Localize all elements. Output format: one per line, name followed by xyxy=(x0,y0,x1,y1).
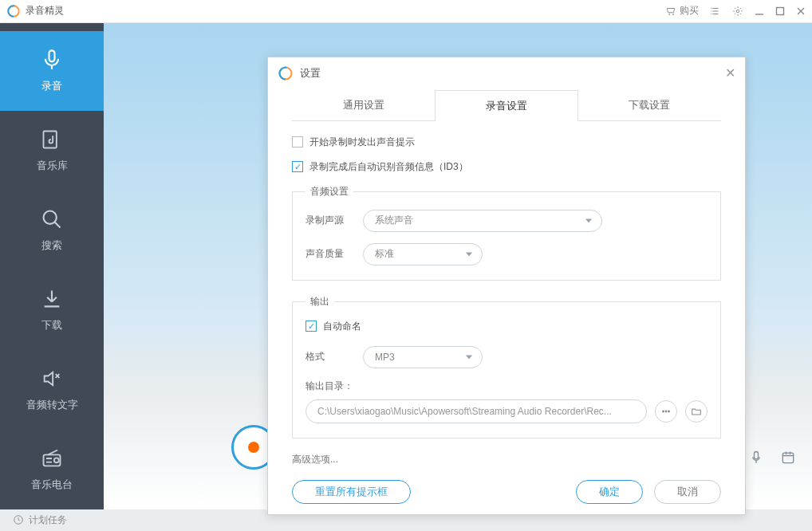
mic-status-icon[interactable] xyxy=(748,450,764,466)
schedule-icon[interactable] xyxy=(780,450,796,466)
sidebar-item-download[interactable]: 下载 xyxy=(0,270,104,350)
select-quality[interactable]: 标准 xyxy=(363,243,483,266)
close-button[interactable] xyxy=(796,6,806,16)
ok-button[interactable]: 确定 xyxy=(576,480,643,504)
svg-point-5 xyxy=(736,10,739,13)
record-dot-icon xyxy=(248,442,259,453)
app-logo-icon xyxy=(6,4,21,18)
search-icon xyxy=(41,208,63,230)
tab-recording[interactable]: 录音设置 xyxy=(435,90,577,121)
select-format[interactable]: MP3 xyxy=(363,346,483,368)
music-note-icon xyxy=(41,128,63,151)
dialog-close-button[interactable]: ✕ xyxy=(725,65,735,81)
label-output-dir: 输出目录： xyxy=(305,380,353,391)
microphone-icon xyxy=(41,49,63,71)
checkbox-label: 开始录制时发出声音提示 xyxy=(309,136,415,149)
sidebar-item-label: 录音 xyxy=(41,79,62,93)
minimize-button[interactable] xyxy=(755,6,764,16)
cancel-button[interactable]: 取消 xyxy=(654,480,721,504)
dialog-body: 开始录制时发出声音提示 录制完成后自动识别音频信息（ID3） 音频设置 录制声源… xyxy=(268,121,745,470)
checkbox-label: 录制完成后自动识别音频信息（ID3） xyxy=(309,160,468,174)
svg-rect-9 xyxy=(44,454,61,466)
svg-point-10 xyxy=(54,458,59,462)
tab-download[interactable]: 下载设置 xyxy=(578,89,721,120)
label-format: 格式 xyxy=(305,350,350,364)
app-title: 录音精灵 xyxy=(26,4,64,18)
main-area: 设置 ✕ 通用设置 录音设置 下载设置 开始录制时发出声音提示 录制完成后自动 xyxy=(104,23,812,509)
radio-icon xyxy=(41,447,63,470)
dialog-title: 设置 xyxy=(300,66,321,81)
checkbox-label: 自动命名 xyxy=(323,320,361,333)
sidebar: 录音 音乐库 搜索 下载 音频转文字 音乐电台 xyxy=(0,23,104,509)
maximize-button[interactable] xyxy=(775,6,785,16)
sidebar-item-audio-to-text[interactable]: 音频转文字 xyxy=(0,350,104,430)
dialog-header: 设置 ✕ xyxy=(268,57,745,89)
sidebar-item-radio[interactable]: 音乐电台 xyxy=(0,430,104,509)
tab-general[interactable]: 通用设置 xyxy=(292,89,435,120)
sidebar-item-label: 音乐库 xyxy=(37,159,68,173)
browse-dir-button[interactable] xyxy=(655,400,677,423)
svg-point-3 xyxy=(711,10,711,11)
cart-icon xyxy=(665,6,676,17)
svg-rect-11 xyxy=(782,453,793,463)
speaker-convert-icon xyxy=(41,368,63,390)
sidebar-item-label: 音频转文字 xyxy=(26,398,78,412)
checkbox-sound-hint[interactable] xyxy=(292,136,303,148)
advanced-options-link[interactable]: 高级选项... xyxy=(292,453,721,466)
dialog-footer: 重置所有提示框 确定 取消 xyxy=(268,470,745,514)
select-source[interactable]: 系统声音 xyxy=(363,210,602,232)
clock-icon xyxy=(13,514,24,525)
footer-tasks-link[interactable]: 计划任务 xyxy=(29,513,67,527)
svg-point-16 xyxy=(668,411,670,412)
download-icon xyxy=(41,288,63,310)
menu-list-icon[interactable] xyxy=(710,6,721,17)
settings-icon[interactable] xyxy=(732,6,743,17)
sidebar-item-library[interactable]: 音乐库 xyxy=(0,111,104,191)
sidebar-item-search[interactable]: 搜索 xyxy=(0,191,104,270)
svg-point-15 xyxy=(665,411,667,412)
buy-link[interactable]: 购买 xyxy=(665,4,699,18)
svg-point-14 xyxy=(663,411,664,412)
svg-rect-6 xyxy=(777,7,784,14)
checkbox-auto-id3[interactable] xyxy=(292,161,303,172)
group-title: 音频设置 xyxy=(305,185,353,199)
sidebar-item-label: 音乐电台 xyxy=(31,478,73,492)
dialog-logo-icon xyxy=(278,65,294,81)
group-title: 输出 xyxy=(305,295,334,309)
label-quality: 声音质量 xyxy=(305,247,350,261)
open-dir-button[interactable] xyxy=(685,400,708,423)
sidebar-item-label: 下载 xyxy=(41,318,62,332)
sidebar-item-record[interactable]: 录音 xyxy=(0,31,104,111)
reset-hints-button[interactable]: 重置所有提示框 xyxy=(292,480,411,504)
output-dir-field[interactable]: C:\Users\xiaogao\Music\Apowersoft\Stream… xyxy=(305,399,647,423)
svg-point-2 xyxy=(711,8,711,9)
tabs: 通用设置 录音设置 下载设置 xyxy=(292,89,721,121)
checkbox-auto-name[interactable] xyxy=(305,321,317,332)
group-output: 输出 自动命名 格式 MP3 输出目录： C:\Users\xia xyxy=(292,295,721,439)
more-icon xyxy=(660,406,672,417)
settings-dialog: 设置 ✕ 通用设置 录音设置 下载设置 开始录制时发出声音提示 录制完成后自动 xyxy=(267,57,746,515)
titlebar: 录音精灵 购买 xyxy=(0,0,812,23)
sidebar-item-label: 搜索 xyxy=(41,238,62,253)
label-source: 录制声源 xyxy=(305,214,350,227)
svg-point-8 xyxy=(44,210,57,223)
folder-icon xyxy=(691,406,702,417)
group-audio-settings: 音频设置 录制声源 系统声音 声音质量 标准 xyxy=(292,185,721,281)
svg-point-4 xyxy=(711,14,711,14)
